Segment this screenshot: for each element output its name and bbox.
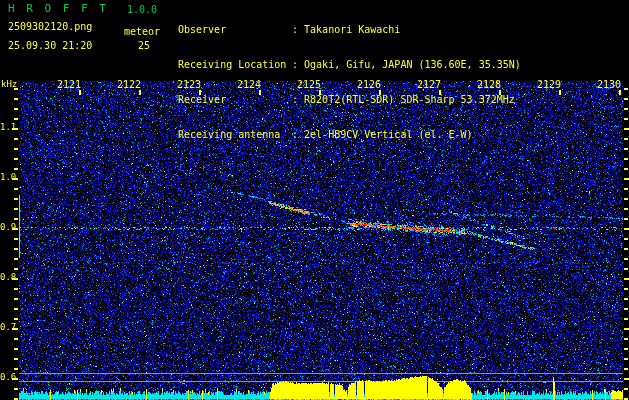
info-value: R820T2(RTL-SDR) SDR-Sharp 53.372MHz [304,94,515,105]
info-row-receiver: Receiver: R820T2(RTL-SDR) SDR-Sharp 53.3… [178,94,521,107]
info-label: Receiver [178,94,292,105]
time-label: 2122 [117,79,141,90]
time-label: 2125 [297,79,321,90]
time-label: 2128 [477,79,501,90]
freq-label: 0.6 [0,373,13,383]
info-row-location: Receiving Location: Ogaki, Gifu, JAPAN (… [178,59,521,72]
file-name: 2509302120.png [8,21,92,32]
freq-label: 1.1 [0,123,13,133]
info-value: Takanori Kawachi [304,24,400,35]
hrofft-screen: { "header": { "app_title": "H R O F F T"… [0,0,629,400]
info-sep: : [292,59,304,70]
time-label: 2124 [237,79,261,90]
info-label: Receiving antenna [178,129,292,140]
mode-label: meteor [124,26,160,37]
info-sep: : [292,129,304,140]
info-value: 2el-HB9CV Vertical (el. E-W) [304,129,473,140]
time-label: 2127 [417,79,441,90]
info-row-antenna: Receiving antenna: 2el-HB9CV Vertical (e… [178,129,521,142]
time-label: 2123 [177,79,201,90]
info-row-observer: Observer: Takanori Kawachi [178,24,521,37]
khz-unit-label: kHz [1,80,17,90]
app-version: 1.0.0 [127,4,157,15]
info-label: Receiving Location [178,59,292,70]
time-label: 2129 [537,79,561,90]
info-value: Ogaki, Gifu, JAPAN (136.60E, 35.35N) [304,59,521,70]
info-sep: : [292,94,304,105]
time-label: 2121 [57,79,81,90]
app-title: H R O F F T [8,3,108,15]
time-label: 2130 [597,79,621,90]
info-sep: : [292,24,304,35]
timestamp-label: 25.09.30 21:20 [8,40,92,51]
event-count: 25 [138,40,150,51]
freq-label: 1.0 [0,173,13,183]
freq-label: 0.9 [0,223,13,233]
station-info-block: Observer: Takanori Kawachi Receiving Loc… [178,2,521,153]
info-label: Observer [178,24,292,35]
freq-label: 0.7 [0,323,13,333]
freq-label: 0.8 [0,273,13,283]
time-label: 2126 [357,79,381,90]
